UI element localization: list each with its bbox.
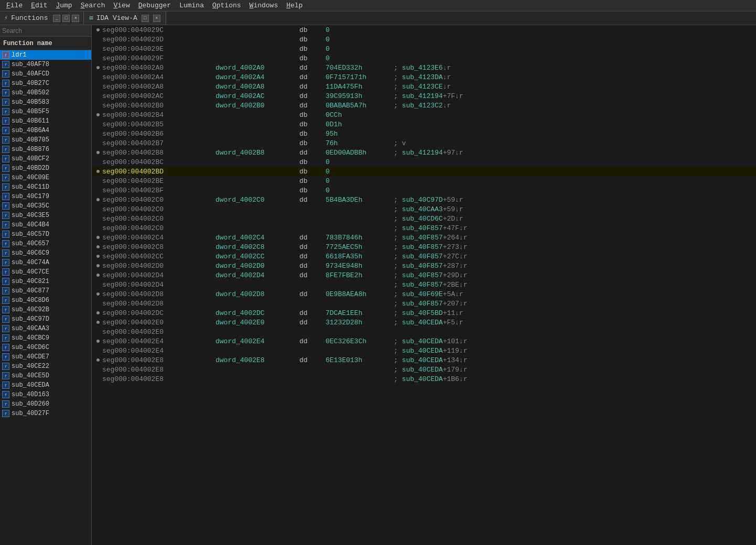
code-line: seg000:0040029Edb0	[92, 44, 756, 53]
code-value: 783B7846h	[326, 234, 394, 242]
func-item-sub_40c821[interactable]: fsub_40C821	[0, 277, 91, 286]
code-line: seg000:004002B7db76h; v	[92, 138, 756, 148]
menu-edit[interactable]: Edit	[27, 1, 51, 10]
code-value: 11DA475Fh	[326, 83, 394, 91]
func-item-sub_40d27f[interactable]: fsub_40D27F	[0, 409, 91, 418]
func-item-sub_40c35c[interactable]: fsub_40C35C	[0, 201, 91, 211]
func-item-label: sub_40CDE7	[12, 353, 49, 361]
breakpoint-dot	[96, 236, 100, 239]
func-item-sub_40c11d[interactable]: fsub_40C11D	[0, 182, 91, 192]
view-close-button[interactable]: ×	[153, 15, 160, 22]
func-item-sub_40c877[interactable]: fsub_40C877	[0, 286, 91, 296]
func-item-sub_40c74a[interactable]: fsub_40C74A	[0, 258, 91, 267]
dot-marker	[94, 311, 102, 314]
menu-help[interactable]: Help	[282, 1, 307, 10]
code-value: 0D1h	[326, 121, 394, 128]
menu-options[interactable]: Options	[208, 1, 245, 10]
func-item-icon: f	[2, 400, 9, 408]
code-line: seg000:004002C0; sub_40F857+47F↓r	[92, 223, 756, 233]
func-item-icon: f	[2, 344, 9, 351]
func-item-sub_40b502[interactable]: fsub_40B502	[0, 88, 91, 97]
code-value: 7DCAE1EEh	[326, 309, 394, 317]
func-item-sub_40b5f5[interactable]: fsub_40B5F5	[0, 107, 91, 116]
func-item-sub_40c6c9[interactable]: fsub_40C6C9	[0, 248, 91, 258]
view-maximize-button[interactable]: □	[142, 15, 149, 22]
func-item-sub_40b611[interactable]: fsub_40B611	[0, 116, 91, 126]
func-item-sub_40b876[interactable]: fsub_40B876	[0, 145, 91, 154]
operand-name: dword_4002D4	[215, 271, 299, 279]
func-item-sub_40d163[interactable]: fsub_40D163	[0, 390, 91, 399]
operand-name: dword_4002CC	[215, 253, 299, 260]
func-item-sub_40ce22[interactable]: fsub_40CE22	[0, 362, 91, 371]
code-address: seg000:004002C0	[102, 215, 207, 223]
dot-marker	[94, 340, 102, 343]
code-address: seg000:004002E8	[102, 375, 207, 383]
func-item-sub_40c92b[interactable]: fsub_40C92B	[0, 305, 91, 314]
code-line: seg000:004002BEdb0	[92, 176, 756, 186]
menu-debugger[interactable]: Debugger	[134, 1, 175, 10]
mnemonic: db	[299, 45, 326, 53]
menu-windows[interactable]: Windows	[245, 1, 283, 10]
code-line: seg000:004002E8; sub_40CEDA+179↓r	[92, 365, 756, 374]
mnemonic: db	[299, 121, 326, 128]
func-item-sub_40af78[interactable]: fsub_40AF78	[0, 60, 91, 69]
func-item-sub_40afcd[interactable]: fsub_40AFCD	[0, 69, 91, 79]
code-line: seg000:004002CCdword_4002CCdd6618FA35h; …	[92, 252, 756, 261]
code-line: seg000:0040029Ddb0	[92, 35, 756, 44]
code-view[interactable]: seg000:0040029Cdb0seg000:0040029Ddb0seg0…	[92, 25, 756, 545]
func-item-sub_40c8d6[interactable]: fsub_40C8D6	[0, 296, 91, 305]
search-input[interactable]	[2, 27, 89, 35]
menu-file[interactable]: File	[2, 1, 27, 10]
func-item-sub_40c09e[interactable]: fsub_40C09E	[0, 173, 91, 182]
maximize-button[interactable]: □	[62, 15, 70, 22]
func-item-sub_40c7ce[interactable]: fsub_40C7CE	[0, 267, 91, 277]
func-item-sub_40bcf2[interactable]: fsub_40BCF2	[0, 154, 91, 164]
func-item-icon: f	[2, 353, 9, 361]
func-item-sub_40d260[interactable]: fsub_40D260	[0, 399, 91, 409]
func-item-sub_40c4b4[interactable]: fsub_40C4B4	[0, 220, 91, 230]
func-item-sub_40c3e5[interactable]: fsub_40C3E5	[0, 211, 91, 220]
functions-list[interactable]: fldr1fsub_40AF78fsub_40AFCDfsub_40B27Cfs…	[0, 50, 91, 545]
mnemonic: dd	[299, 64, 326, 72]
menu-view[interactable]: View	[109, 1, 134, 10]
func-item-sub_40b583[interactable]: fsub_40B583	[0, 97, 91, 107]
dot-marker	[94, 170, 102, 173]
menu-search[interactable]: Search	[77, 1, 110, 10]
code-comment: ; sub_40CD6C+2D↓r	[394, 215, 463, 223]
func-item-sub_40c57d[interactable]: fsub_40C57D	[0, 230, 91, 239]
func-item-sub_40cbc9[interactable]: fsub_40CBC9	[0, 333, 91, 343]
func-item-sub_40c179[interactable]: fsub_40C179	[0, 192, 91, 201]
mnemonic: dd	[299, 356, 326, 364]
menu-lumina[interactable]: Lumina	[175, 1, 208, 10]
func-item-sub_40cd6c[interactable]: fsub_40CD6C	[0, 343, 91, 352]
func-item-sub_40c97d[interactable]: fsub_40C97D	[0, 314, 91, 324]
func-item-icon: f	[2, 391, 9, 398]
dot-marker	[94, 321, 102, 324]
code-line: seg000:0040029Cdb0	[92, 25, 756, 35]
operand-name: dword_4002B8	[215, 149, 299, 157]
breakpoint-dot	[96, 245, 100, 248]
code-comment: ; sub_40CEDA+134↓r	[394, 356, 467, 364]
func-item-sub_40b705[interactable]: fsub_40B705	[0, 135, 91, 145]
close-button[interactable]: ×	[72, 15, 79, 22]
minimize-button[interactable]: _	[53, 15, 60, 22]
func-item-ldr1[interactable]: fldr1	[0, 50, 91, 60]
func-item-label: sub_40AF78	[12, 61, 49, 68]
func-item-icon: f	[2, 89, 9, 96]
code-comment: ; sub_40F69E+5A↓r	[394, 290, 463, 298]
code-address: seg000:004002B0	[102, 102, 207, 110]
menu-jump[interactable]: Jump	[51, 1, 76, 10]
func-item-sub_40b6a4[interactable]: fsub_40B6A4	[0, 126, 91, 135]
mnemonic: db	[299, 187, 326, 194]
func-item-sub_40ce5d[interactable]: fsub_40CE5D	[0, 371, 91, 380]
view-icon: ⊞	[89, 14, 93, 22]
code-line: seg000:004002ACdword_4002ACdd39C95913h; …	[92, 91, 756, 101]
func-item-label: sub_40CEDA	[12, 382, 49, 389]
func-item-sub_40caa3[interactable]: fsub_40CAA3	[0, 324, 91, 333]
code-value: 95h	[326, 130, 394, 138]
func-item-sub_40c657[interactable]: fsub_40C657	[0, 239, 91, 248]
func-item-sub_40ceda[interactable]: fsub_40CEDA	[0, 380, 91, 390]
func-item-sub_40bd2d[interactable]: fsub_40BD2D	[0, 164, 91, 173]
func-item-sub_40cde7[interactable]: fsub_40CDE7	[0, 352, 91, 362]
func-item-sub_40b27c[interactable]: fsub_40B27C	[0, 79, 91, 88]
